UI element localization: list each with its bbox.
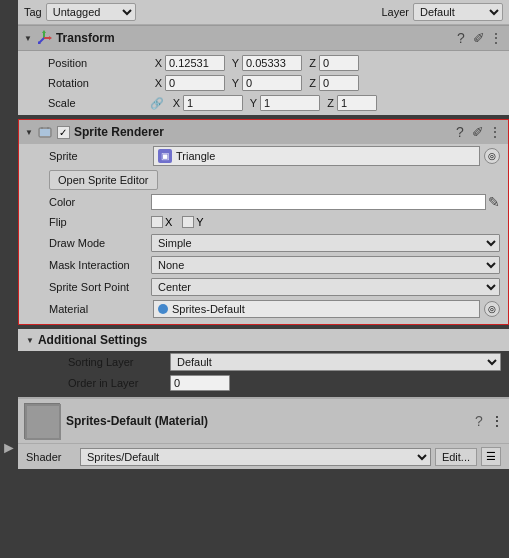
svg-rect-7 xyxy=(40,129,50,136)
sprite-renderer-actions: ? ✐ ⋮ xyxy=(452,124,502,140)
sprite-type-icon: ▣ xyxy=(158,149,172,163)
transform-settings-icon[interactable]: ✐ xyxy=(473,30,485,46)
flip-y-label: Y xyxy=(196,216,203,228)
flip-x-field: X xyxy=(151,216,172,228)
rotation-z-input[interactable] xyxy=(319,75,359,91)
material-more-icon[interactable]: ⋮ xyxy=(491,414,503,428)
sprite-renderer-checkbox[interactable]: ✓ xyxy=(57,126,70,139)
draw-mode-select[interactable]: Simple Sliced Tiled xyxy=(151,234,500,252)
material-panel-header: Sprites-Default (Material) ? ⋮ xyxy=(18,399,509,444)
eyedropper-icon[interactable]: ✎ xyxy=(488,194,500,210)
material-dot-icon xyxy=(158,304,168,314)
nav-arrow-icon[interactable]: ► xyxy=(1,439,17,457)
transform-title: Transform xyxy=(56,31,449,45)
material-help-icon[interactable]: ? xyxy=(471,413,487,429)
additional-settings-title: Additional Settings xyxy=(38,333,147,347)
sprite-renderer-collapse-icon[interactable]: ▼ xyxy=(25,128,33,137)
scale-label: Scale xyxy=(48,97,148,109)
order-in-layer-row: Order in Layer xyxy=(18,373,509,393)
transform-more-icon[interactable]: ⋮ xyxy=(489,30,503,46)
position-z-input[interactable] xyxy=(319,55,359,71)
mask-interaction-value: None Visible Inside Mask Visible Outside… xyxy=(151,256,500,274)
material-field[interactable]: Sprites-Default xyxy=(153,300,480,318)
material-panel: Sprites-Default (Material) ? ⋮ Shader Sp… xyxy=(18,397,509,469)
sprite-renderer-more-icon[interactable]: ⋮ xyxy=(488,124,502,140)
color-picker[interactable] xyxy=(151,194,486,210)
sprite-row: Sprite ▣ Triangle ◎ xyxy=(19,144,508,168)
shader-row: Shader Sprites/Default Edit... ☰ xyxy=(18,444,509,469)
tag-label: Tag xyxy=(24,6,42,18)
position-x-label: X xyxy=(150,57,162,69)
mask-interaction-row: Mask Interaction None Visible Inside Mas… xyxy=(19,254,508,276)
material-row: Material Sprites-Default ◎ xyxy=(19,298,508,320)
order-in-layer-label: Order in Layer xyxy=(68,377,168,389)
sprite-renderer-header: ▼ ✓ Sprite Renderer ? ✐ ⋮ xyxy=(18,119,509,144)
scale-z-input[interactable] xyxy=(337,95,377,111)
scale-x-label: X xyxy=(168,97,180,109)
flip-y-checkbox[interactable] xyxy=(182,216,194,228)
sprite-renderer-settings-icon[interactable]: ✐ xyxy=(472,124,484,140)
shader-list-button[interactable]: ☰ xyxy=(481,447,501,466)
sprite-renderer-icon xyxy=(37,124,53,140)
scale-y-label: Y xyxy=(245,97,257,109)
flip-y-field: Y xyxy=(182,216,203,228)
sorting-layer-row: Sorting Layer Default xyxy=(18,351,509,373)
position-y-field: Y xyxy=(227,55,302,71)
sprite-sort-point-row: Sprite Sort Point Center Pivot xyxy=(19,276,508,298)
sprite-picker-button[interactable]: ◎ xyxy=(484,148,500,164)
additional-settings-collapse-icon[interactable]: ▼ xyxy=(26,336,34,345)
layer-select[interactable]: Default xyxy=(413,3,503,21)
transform-collapse-icon[interactable]: ▼ xyxy=(24,34,32,43)
transform-help-icon[interactable]: ? xyxy=(453,30,469,46)
open-sprite-editor-button[interactable]: Open Sprite Editor xyxy=(49,170,158,190)
flip-x-label: X xyxy=(165,216,172,228)
additional-settings-header: ▼ Additional Settings xyxy=(18,329,509,351)
scale-lock-icon[interactable]: 🔗 xyxy=(150,97,164,110)
shader-edit-button[interactable]: Edit... xyxy=(435,448,477,466)
rotation-y-input[interactable] xyxy=(242,75,302,91)
order-in-layer-value xyxy=(170,375,501,391)
sprite-sort-point-select[interactable]: Center Pivot xyxy=(151,278,500,296)
position-y-label: Y xyxy=(227,57,239,69)
material-picker-button[interactable]: ◎ xyxy=(484,301,500,317)
svg-marker-3 xyxy=(49,36,52,40)
position-z-label: Z xyxy=(304,57,316,69)
sprite-renderer-content: Sprite ▣ Triangle ◎ Open Sprite Editor C… xyxy=(18,144,509,325)
mask-interaction-select[interactable]: None Visible Inside Mask Visible Outside… xyxy=(151,256,500,274)
scale-z-label: Z xyxy=(322,97,334,109)
color-value: ✎ xyxy=(151,194,500,210)
material-value: Sprites-Default xyxy=(172,303,475,315)
sprite-renderer-help-icon[interactable]: ? xyxy=(452,124,468,140)
position-value: X Y Z xyxy=(150,55,501,71)
material-preview-thumbnail xyxy=(24,403,60,439)
flip-row: Flip X Y xyxy=(19,212,508,232)
material-panel-actions: ? ⋮ xyxy=(471,413,503,429)
additional-settings-section: ▼ Additional Settings Sorting Layer Defa… xyxy=(18,329,509,393)
position-y-input[interactable] xyxy=(242,55,302,71)
position-x-input[interactable] xyxy=(165,55,225,71)
rotation-x-input[interactable] xyxy=(165,75,225,91)
material-panel-title: Sprites-Default (Material) xyxy=(66,414,465,428)
sprite-renderer-title: Sprite Renderer xyxy=(74,125,448,139)
draw-mode-value: Simple Sliced Tiled xyxy=(151,234,500,252)
position-row: Position X Y Z xyxy=(18,53,509,73)
sprite-field[interactable]: ▣ Triangle xyxy=(153,146,480,166)
rotation-z-label: Z xyxy=(304,77,316,89)
rotation-label: Rotation xyxy=(48,77,148,89)
mask-interaction-label: Mask Interaction xyxy=(49,259,149,271)
sprite-sort-point-label: Sprite Sort Point xyxy=(49,281,149,293)
layer-label: Layer xyxy=(381,6,409,18)
position-label: Position xyxy=(48,57,148,69)
position-z-field: Z xyxy=(304,55,359,71)
scale-y-input[interactable] xyxy=(260,95,320,111)
flip-value: X Y xyxy=(151,216,500,228)
sorting-layer-select[interactable]: Default xyxy=(170,353,501,371)
sorting-layer-label: Sorting Layer xyxy=(68,356,168,368)
tag-select[interactable]: Untagged xyxy=(46,3,136,21)
order-in-layer-input[interactable] xyxy=(170,375,230,391)
svg-line-4 xyxy=(39,38,44,43)
scale-x-input[interactable] xyxy=(183,95,243,111)
shader-select[interactable]: Sprites/Default xyxy=(80,448,431,466)
flip-label: Flip xyxy=(49,216,149,228)
flip-x-checkbox[interactable] xyxy=(151,216,163,228)
